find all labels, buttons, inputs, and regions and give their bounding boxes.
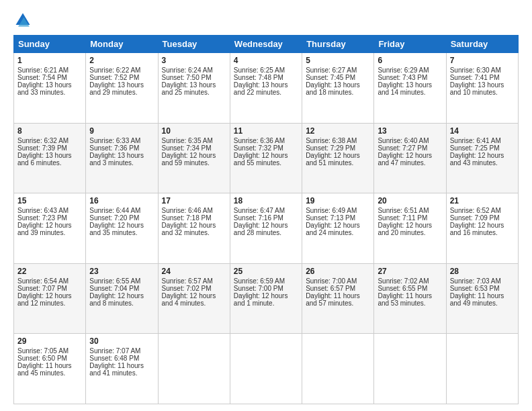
cell-line: Sunset: 7:18 PM [162, 214, 226, 222]
cell-line: Sunrise: 6:32 AM [17, 137, 82, 144]
col-header-thursday: Thursday [302, 36, 374, 53]
cell-line: Sunset: 7:09 PM [450, 214, 515, 222]
cell-line: Daylight: 11 hours [450, 292, 515, 300]
calendar-week-0: 1Sunrise: 6:21 AMSunset: 7:54 PMDaylight… [14, 53, 519, 124]
cell-line: Sunrise: 7:03 AM [450, 277, 515, 285]
cell-line: Sunset: 6:53 PM [450, 285, 515, 292]
cell-line: Sunrise: 6:52 AM [450, 207, 515, 214]
day-number: 9 [89, 126, 154, 136]
calendar-cell: 12Sunrise: 6:38 AMSunset: 7:29 PMDayligh… [302, 123, 374, 193]
cell-line: Sunset: 7:07 PM [17, 285, 82, 292]
cell-line: Sunset: 7:52 PM [89, 74, 154, 81]
cell-line: Sunset: 7:39 PM [17, 144, 82, 152]
cell-line: Sunrise: 6:30 AM [450, 66, 515, 74]
cell-line: Sunset: 7:43 PM [378, 74, 442, 81]
calendar-cell: 10Sunrise: 6:35 AMSunset: 7:34 PMDayligh… [158, 123, 230, 193]
cell-line: Sunrise: 6:47 AM [234, 207, 298, 214]
cell-line: Daylight: 12 hours [378, 152, 442, 159]
cell-line: Sunset: 6:57 PM [306, 285, 370, 292]
cell-line: Daylight: 12 hours [450, 222, 515, 229]
cell-line: and 45 minutes. [17, 369, 82, 377]
day-number: 5 [306, 56, 370, 65]
col-header-sunday: Sunday [14, 36, 86, 53]
cell-line: Sunset: 7:45 PM [306, 74, 370, 81]
cell-line: Sunrise: 6:51 AM [378, 207, 442, 214]
cell-line: Daylight: 12 hours [89, 222, 154, 229]
cell-line: and 14 minutes. [378, 89, 442, 96]
cell-line: Sunset: 7:11 PM [378, 214, 442, 222]
col-header-tuesday: Tuesday [158, 36, 230, 53]
cell-line: and 43 minutes. [450, 159, 515, 167]
cell-line: Sunrise: 6:29 AM [378, 66, 442, 74]
day-number: 19 [306, 196, 370, 205]
calendar-cell [446, 334, 518, 404]
cell-line: Sunset: 7:16 PM [234, 214, 298, 222]
cell-line: and 25 minutes. [162, 89, 226, 96]
calendar-week-1: 8Sunrise: 6:32 AMSunset: 7:39 PMDaylight… [14, 123, 519, 193]
cell-line: Daylight: 12 hours [378, 222, 442, 229]
cell-line: Daylight: 13 hours [162, 81, 226, 89]
cell-line: and 1 minute. [234, 300, 298, 307]
cell-line: and 53 minutes. [378, 300, 442, 307]
day-number: 11 [234, 126, 298, 136]
calendar-cell [158, 334, 230, 404]
col-header-saturday: Saturday [446, 36, 518, 53]
cell-line: Sunset: 7:13 PM [306, 214, 370, 222]
cell-line: Daylight: 13 hours [234, 81, 298, 89]
calendar-cell: 1Sunrise: 6:21 AMSunset: 7:54 PMDaylight… [14, 53, 86, 124]
cell-line: Sunrise: 7:00 AM [306, 277, 370, 285]
cell-line: Sunrise: 6:25 AM [234, 66, 298, 74]
day-number: 14 [450, 126, 515, 136]
col-header-wednesday: Wednesday [230, 36, 302, 53]
cell-line: and 12 minutes. [17, 300, 82, 307]
cell-line: and 8 minutes. [89, 300, 154, 307]
day-number: 3 [162, 56, 226, 65]
calendar-cell: 9Sunrise: 6:33 AMSunset: 7:36 PMDaylight… [86, 123, 158, 193]
calendar-cell: 26Sunrise: 7:00 AMSunset: 6:57 PMDayligh… [302, 263, 374, 334]
cell-line: and 33 minutes. [17, 89, 82, 96]
calendar-cell: 7Sunrise: 6:30 AMSunset: 7:41 PMDaylight… [446, 53, 518, 124]
cell-line: Sunset: 7:02 PM [162, 285, 226, 292]
cell-line: and 47 minutes. [378, 159, 442, 167]
calendar-cell: 22Sunrise: 6:54 AMSunset: 7:07 PMDayligh… [14, 263, 86, 334]
cell-line: Sunset: 7:20 PM [89, 214, 154, 222]
day-number: 4 [234, 56, 298, 65]
calendar-week-2: 15Sunrise: 6:43 AMSunset: 7:23 PMDayligh… [14, 193, 519, 264]
cell-line: Sunset: 7:25 PM [450, 144, 515, 152]
cell-line: Sunrise: 6:38 AM [306, 137, 370, 144]
cell-line: Sunset: 7:41 PM [450, 74, 515, 81]
calendar-cell [230, 334, 302, 404]
cell-line: and 29 minutes. [89, 89, 154, 96]
cell-line: Sunrise: 7:02 AM [378, 277, 442, 285]
day-number: 30 [89, 336, 154, 346]
cell-line: and 41 minutes. [89, 369, 154, 377]
cell-line: Daylight: 12 hours [234, 152, 298, 159]
day-number: 28 [450, 267, 515, 276]
cell-line: Sunset: 6:48 PM [89, 355, 154, 362]
cell-line: and 4 minutes. [162, 300, 226, 307]
calendar-cell: 23Sunrise: 6:55 AMSunset: 7:04 PMDayligh… [86, 263, 158, 334]
day-number: 1 [17, 56, 82, 65]
cell-line: Daylight: 13 hours [89, 81, 154, 89]
day-number: 13 [378, 126, 442, 136]
cell-line: Sunset: 7:36 PM [89, 144, 154, 152]
cell-line: Sunrise: 6:46 AM [162, 207, 226, 214]
calendar-cell: 30Sunrise: 7:07 AMSunset: 6:48 PMDayligh… [86, 334, 158, 404]
calendar-cell: 25Sunrise: 6:59 AMSunset: 7:00 PMDayligh… [230, 263, 302, 334]
cell-line: Daylight: 12 hours [306, 152, 370, 159]
calendar-cell: 18Sunrise: 6:47 AMSunset: 7:16 PMDayligh… [230, 193, 302, 264]
day-number: 8 [17, 126, 82, 136]
cell-line: Sunrise: 6:44 AM [89, 207, 154, 214]
cell-line: and 51 minutes. [306, 159, 370, 167]
calendar-cell: 11Sunrise: 6:36 AMSunset: 7:32 PMDayligh… [230, 123, 302, 193]
day-number: 6 [378, 56, 442, 65]
day-number: 17 [162, 196, 226, 205]
cell-line: and 55 minutes. [234, 159, 298, 167]
calendar-cell: 21Sunrise: 6:52 AMSunset: 7:09 PMDayligh… [446, 193, 518, 264]
cell-line: Daylight: 12 hours [162, 222, 226, 229]
calendar-body: 1Sunrise: 6:21 AMSunset: 7:54 PMDaylight… [14, 53, 519, 404]
calendar-cell: 17Sunrise: 6:46 AMSunset: 7:18 PMDayligh… [158, 193, 230, 264]
calendar-cell: 5Sunrise: 6:27 AMSunset: 7:45 PMDaylight… [302, 53, 374, 124]
calendar-cell: 20Sunrise: 6:51 AMSunset: 7:11 PMDayligh… [374, 193, 446, 264]
day-number: 22 [17, 267, 82, 276]
